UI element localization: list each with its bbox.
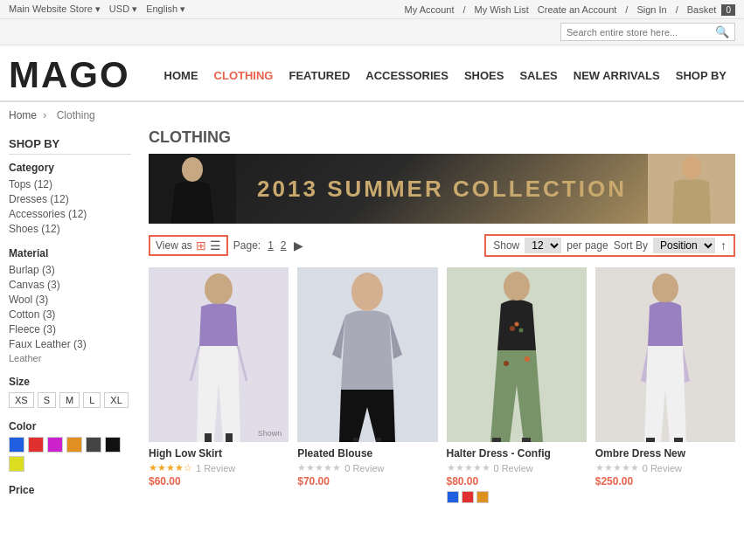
breadcrumb: Home › Clothing — [0, 102, 744, 128]
my-account-link[interactable]: My Account — [405, 4, 455, 15]
toolbar: View as ⊞ ☰ Page: 1 2 ▶ Show 12 24 — [149, 234, 735, 257]
top-bar-left: Main Website Store ▾ USD ▾ English ▾ — [9, 3, 185, 15]
size-xl[interactable]: XL — [104, 392, 128, 408]
color-yellow[interactable] — [9, 456, 24, 472]
product-name-3: Halter Dress - Config — [447, 447, 587, 460]
product-image-2[interactable] — [297, 267, 437, 442]
sidebar-item-tops[interactable]: Tops (12) — [9, 178, 131, 190]
nav-shop-by[interactable]: SHOP BY — [676, 69, 727, 82]
pagination: Page: 1 2 ▶ — [233, 239, 307, 252]
svg-point-12 — [504, 361, 509, 366]
size-m[interactable]: M — [59, 392, 80, 408]
sidebar-item-shoes[interactable]: Shoes (12) — [9, 223, 131, 235]
show-label: Show — [493, 239, 519, 252]
sidebar-item-fleece[interactable]: Fleece (3) — [9, 323, 131, 335]
basket-link[interactable]: Basket 0 — [687, 4, 735, 15]
nav-home[interactable]: HOME — [164, 69, 198, 82]
language-switcher[interactable]: English ▾ — [146, 3, 185, 15]
breadcrumb-current: Clothing — [57, 109, 95, 121]
wishlist-link[interactable]: My Wish List — [475, 4, 529, 15]
product-review-1: 1 Review — [196, 463, 235, 474]
svg-point-3 — [682, 156, 701, 179]
nav-accessories[interactable]: ACCESSORIES — [365, 69, 448, 82]
top-bar-right: My Account / My Wish List Create an Acco… — [405, 4, 735, 15]
product-price-4: $250.00 — [595, 475, 735, 487]
price-label: Price — [9, 484, 131, 496]
sidebar-item-dresses[interactable]: Dresses (12) — [9, 193, 131, 205]
sign-in-link[interactable]: Sign In — [636, 4, 666, 15]
product-stars-1: ★★★★☆ — [149, 462, 192, 474]
svg-point-8 — [504, 272, 530, 301]
page-label: Page: — [233, 239, 261, 252]
store-switcher[interactable]: Main Website Store ▾ — [9, 3, 101, 15]
nav-shoes[interactable]: SHOES — [464, 69, 504, 82]
svg-point-4 — [205, 273, 233, 305]
shown-label: Shown — [258, 429, 282, 438]
product-image-4[interactable] — [595, 267, 735, 442]
search-box: 🔍 — [560, 23, 735, 41]
product-price-1: $60.00 — [149, 475, 289, 487]
nav-new-arrivals[interactable]: NEW ARRIVALS — [574, 69, 660, 82]
show-select[interactable]: 12 24 36 — [525, 238, 561, 253]
color-purple[interactable] — [47, 437, 63, 453]
product-image-3[interactable] — [447, 267, 587, 442]
search-input[interactable] — [567, 27, 715, 38]
sidebar-item-cotton[interactable]: Cotton (3) — [9, 308, 131, 321]
svg-point-13 — [525, 356, 530, 362]
category-label: Category — [9, 162, 131, 174]
color-black[interactable] — [105, 437, 121, 453]
size-buttons: XS S M L XL — [9, 392, 131, 408]
color-label: Color — [9, 420, 131, 432]
nav-featured[interactable]: FEATURED — [289, 69, 350, 82]
color-darkgray[interactable] — [86, 437, 101, 453]
product-name-2: Pleated Blouse — [297, 447, 437, 460]
sort-direction-icon[interactable]: ↑ — [720, 239, 727, 252]
page-next-arrow[interactable]: ▶ — [294, 239, 303, 252]
breadcrumb-home[interactable]: Home — [9, 109, 37, 121]
svg-point-14 — [652, 273, 678, 303]
view-as-label: View as — [156, 239, 192, 252]
size-l[interactable]: L — [83, 392, 101, 408]
shop-by-title: SHOP BY — [9, 137, 131, 155]
color-blue[interactable] — [9, 437, 24, 453]
product-stars-2: ★★★★★ — [297, 462, 341, 474]
product-image-1[interactable]: Shown — [149, 267, 289, 442]
swatch-red[interactable] — [462, 491, 474, 503]
page-1[interactable]: 1 — [268, 239, 274, 252]
size-xs[interactable]: XS — [9, 392, 34, 408]
svg-line-6 — [238, 346, 247, 381]
swatch-blue[interactable] — [447, 491, 459, 503]
product-review-3: 0 Review — [494, 463, 533, 474]
color-orange[interactable] — [66, 437, 82, 453]
product-stars-4: ★★★★★ — [595, 462, 639, 474]
swatch-orange[interactable] — [476, 491, 489, 503]
show-box: Show 12 24 36 per page Sort By Position … — [484, 234, 735, 257]
create-account-link[interactable]: Create an Account — [538, 4, 617, 15]
per-page-label: per page — [567, 239, 608, 252]
product-swatches-3 — [447, 491, 587, 503]
sidebar-item-wool[interactable]: Wool (3) — [9, 294, 131, 306]
color-red[interactable] — [28, 437, 44, 453]
currency-switcher[interactable]: USD ▾ — [109, 3, 137, 15]
leather-text: Leather — [9, 353, 131, 363]
sidebar-item-accessories[interactable]: Accessories (12) — [9, 208, 131, 220]
grid-view-icon[interactable]: ⊞ — [196, 239, 206, 252]
product-model-3 — [464, 267, 569, 442]
svg-point-10 — [514, 322, 518, 327]
sidebar-item-burlap[interactable]: Burlap (3) — [9, 264, 131, 276]
sort-select[interactable]: Position Name Price — [653, 238, 715, 253]
product-name-1: High Low Skirt — [149, 447, 289, 460]
nav-sales[interactable]: SALES — [519, 69, 557, 82]
size-s[interactable]: S — [38, 392, 56, 408]
product-card-4: Ombre Dress New ★★★★★ 0 Review $250.00 — [595, 267, 735, 503]
nav-clothing[interactable]: CLOTHING — [214, 69, 274, 82]
material-group: Material Burlap (3) Canvas (3) Wool (3) … — [9, 247, 131, 363]
sidebar-item-canvas[interactable]: Canvas (3) — [9, 279, 131, 291]
banner-left-model — [149, 154, 236, 224]
basket-count: 0 — [721, 4, 735, 16]
search-icon[interactable]: 🔍 — [715, 25, 729, 38]
sidebar-item-faux-leather[interactable]: Faux Leather (3) — [9, 338, 131, 350]
page-2[interactable]: 2 — [281, 239, 287, 252]
product-review-4: 0 Review — [643, 463, 682, 474]
list-view-icon[interactable]: ☰ — [210, 239, 221, 252]
